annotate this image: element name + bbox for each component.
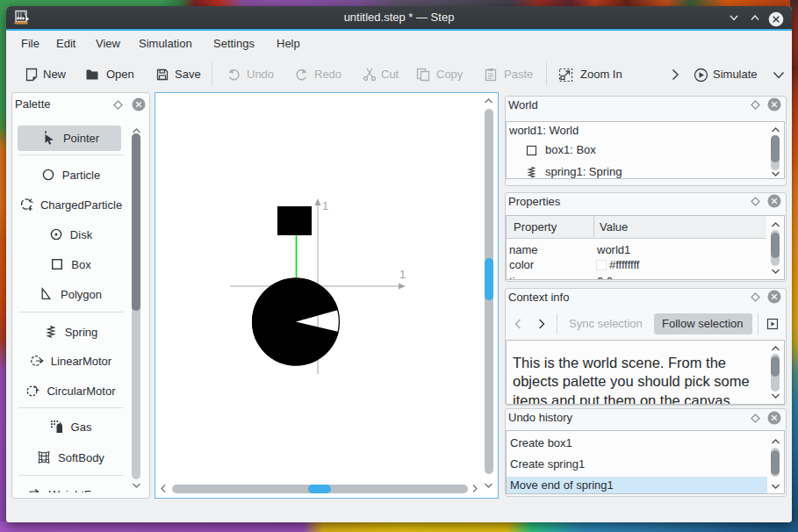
svg-text:1: 1 xyxy=(322,199,328,212)
svg-text:1: 1 xyxy=(399,268,406,281)
